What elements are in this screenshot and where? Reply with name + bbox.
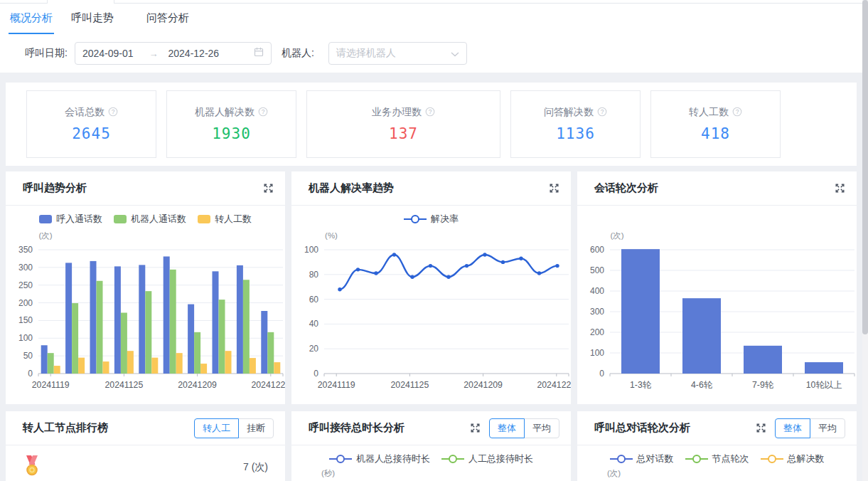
help-icon[interactable]: ? bbox=[108, 107, 118, 119]
legend-item[interactable]: 总解决数 bbox=[761, 453, 825, 465]
kpi-value: 1930 bbox=[212, 125, 251, 142]
robot-select[interactable]: 请选择机器人 bbox=[328, 42, 467, 65]
expand-icon[interactable] bbox=[470, 423, 481, 433]
toggle-2[interactable]: 平均 bbox=[810, 418, 845, 438]
svg-text:(次): (次) bbox=[38, 231, 52, 240]
resolve-rate-chart[interactable]: 020406080100(%)2024111920241125202412092… bbox=[291, 228, 571, 405]
legend-item[interactable]: 人工总接待时长 bbox=[441, 453, 533, 465]
kpi-label: 机器人解决数? bbox=[195, 106, 268, 119]
axis-unit-label: (秒) bbox=[321, 468, 335, 479]
tab-3[interactable]: 问答分析 bbox=[145, 2, 191, 34]
chart-canvas[interactable]: 050100150200250300350(次)2024111920241125… bbox=[6, 228, 285, 402]
expand-icon[interactable] bbox=[756, 423, 766, 433]
panel-reception-duration: 呼叫接待总时长分析整体平均机器人总接待时长人工总接待时长(秒) bbox=[291, 411, 571, 481]
chart-canvas[interactable]: 020406080100(%)2024111920241125202412092… bbox=[291, 228, 571, 402]
kpi-label-text: 机器人解决数 bbox=[195, 106, 254, 119]
legend-item[interactable]: 总对话数 bbox=[610, 453, 674, 465]
tab-2[interactable]: 呼叫走势 bbox=[70, 2, 115, 34]
kpi-label-text: 业务办理数 bbox=[372, 106, 422, 119]
kpi-label-text: 问答解决数 bbox=[544, 106, 594, 119]
kpi-value: 2645 bbox=[72, 125, 111, 142]
date-range-arrow-icon: → bbox=[149, 48, 159, 59]
expand-icon[interactable] bbox=[835, 183, 845, 194]
top-border-right bbox=[114, 3, 862, 4]
svg-text:?: ? bbox=[262, 108, 265, 115]
panel-body: 总对话数节点轮次总解决数(次) bbox=[577, 450, 857, 468]
chart-legend: 机器人总接待时长人工总接待时长 bbox=[291, 450, 571, 468]
legend-item[interactable]: 节点轮次 bbox=[685, 453, 749, 465]
panel-header: 机器人解决率趋势 bbox=[291, 171, 571, 206]
help-icon[interactable]: ? bbox=[425, 107, 435, 119]
svg-text:500: 500 bbox=[590, 265, 604, 275]
gold-medal-icon bbox=[23, 455, 41, 480]
svg-text:400: 400 bbox=[590, 286, 604, 296]
legend-label: 人工总接待时长 bbox=[468, 453, 533, 465]
panel-dialog-rounds: 呼叫总对话轮次分析整体平均总对话数节点轮次总解决数(次) bbox=[577, 411, 857, 481]
filter-row: 呼叫日期: 2024-09-01 → 2024-12-26 机器人: 请选择机器 bbox=[0, 34, 862, 73]
legend-item[interactable]: 转人工数 bbox=[198, 213, 252, 226]
svg-text:20241209: 20241209 bbox=[178, 380, 217, 390]
dashboard-root: 概况分析呼叫走势问答分析 呼叫日期: 2024-09-01 → 2024-12-… bbox=[0, 0, 868, 481]
legend-item[interactable]: 解决率 bbox=[404, 213, 459, 226]
session-rounds-chart[interactable]: 0100200300400500600(次)1-3轮4-6轮7-9轮10轮以上 bbox=[577, 228, 857, 405]
scrollbar-thumb[interactable] bbox=[862, 0, 868, 334]
toggle-group: 整体平均 bbox=[489, 418, 559, 438]
svg-text:350: 350 bbox=[18, 245, 33, 255]
kpi-card: 问答解决数?1136 bbox=[510, 90, 641, 158]
svg-text:20241119: 20241119 bbox=[318, 380, 355, 390]
svg-text:0: 0 bbox=[599, 369, 604, 379]
kpi-card: 业务办理数?137 bbox=[306, 90, 500, 158]
tab-1[interactable]: 概况分析 bbox=[9, 2, 54, 34]
panel-title: 呼叫总对话轮次分析 bbox=[594, 421, 749, 435]
toggle-2[interactable]: 挂断 bbox=[238, 418, 274, 438]
kpi-label-text: 转人工数 bbox=[689, 106, 729, 119]
svg-text:60: 60 bbox=[309, 295, 319, 305]
help-icon[interactable]: ? bbox=[597, 107, 607, 119]
kpi-card: 机器人解决数?1930 bbox=[166, 90, 296, 158]
panel-header: 呼叫接待总时长分析整体平均 bbox=[291, 411, 571, 445]
toggle-1[interactable]: 整体 bbox=[489, 418, 525, 438]
legend-color-chip bbox=[114, 215, 127, 223]
kpi-label: 业务办理数? bbox=[372, 106, 435, 119]
panel-body: 解决率020406080100(%)2024111920241125202412… bbox=[291, 210, 571, 405]
top-bar: 概况分析呼叫走势问答分析 呼叫日期: 2024-09-01 → 2024-12-… bbox=[0, 0, 862, 73]
help-icon[interactable]: ? bbox=[258, 107, 268, 119]
date-end-value[interactable]: 2024-12-26 bbox=[168, 48, 220, 59]
kpi-label-text: 会话总数 bbox=[65, 106, 105, 119]
date-start-value[interactable]: 2024-09-01 bbox=[82, 48, 134, 59]
chart-legend: 总对话数节点轮次总解决数 bbox=[577, 450, 857, 468]
svg-text:10轮以上: 10轮以上 bbox=[806, 380, 842, 390]
axis-unit-label: (次) bbox=[607, 468, 621, 479]
svg-text:20241125: 20241125 bbox=[105, 380, 143, 390]
panel-body: 7 (次) bbox=[6, 445, 285, 480]
help-icon[interactable]: ? bbox=[732, 107, 742, 119]
toggle-1[interactable]: 整体 bbox=[775, 418, 810, 438]
panel-header: 会话轮次分析 bbox=[577, 171, 857, 206]
legend-item[interactable]: 呼入通话数 bbox=[39, 213, 102, 226]
svg-text:(%): (%) bbox=[325, 231, 338, 240]
svg-text:1-3轮: 1-3轮 bbox=[630, 380, 652, 390]
toggle-2[interactable]: 平均 bbox=[524, 418, 559, 438]
svg-text:(次): (次) bbox=[610, 231, 623, 240]
panel-body: 机器人总接待时长人工总接待时长(秒) bbox=[291, 450, 571, 468]
chart-canvas[interactable]: 0100200300400500600(次)1-3轮4-6轮7-9轮10轮以上 bbox=[577, 228, 857, 402]
svg-text:4-6轮: 4-6轮 bbox=[691, 380, 713, 390]
toggle-1[interactable]: 转人工 bbox=[194, 418, 239, 438]
panel-resolve-rate: 机器人解决率趋势解决率020406080100(%)20241119202411… bbox=[291, 171, 571, 404]
legend-line-marker bbox=[685, 455, 708, 463]
svg-text:20: 20 bbox=[309, 344, 319, 354]
expand-icon[interactable] bbox=[263, 183, 274, 194]
legend-label: 机器人通话数 bbox=[131, 213, 186, 226]
call-trend-chart[interactable]: 050100150200250300350(次)2024111920241125… bbox=[6, 228, 285, 405]
legend-line-marker bbox=[610, 455, 633, 463]
charts-row: 呼叫趋势分析呼入通话数机器人通话数转人工数0501001502002503003… bbox=[6, 171, 857, 404]
legend-color-chip bbox=[39, 215, 52, 223]
panel-title: 转人工节点排行榜 bbox=[23, 421, 186, 435]
expand-icon[interactable] bbox=[549, 183, 559, 194]
legend-item[interactable]: 机器人通话数 bbox=[114, 213, 186, 226]
robot-select-placeholder: 请选择机器人 bbox=[336, 47, 396, 60]
panel-call-trend: 呼叫趋势分析呼入通话数机器人通话数转人工数0501001502002503003… bbox=[6, 171, 285, 404]
legend-item[interactable]: 机器人总接待时长 bbox=[329, 453, 430, 465]
date-range-picker[interactable]: 2024-09-01 → 2024-12-26 bbox=[75, 42, 272, 65]
bottom-row: 转人工节点排行榜转人工挂断7 (次)呼叫接待总时长分析整体平均机器人总接待时长人… bbox=[6, 411, 857, 481]
